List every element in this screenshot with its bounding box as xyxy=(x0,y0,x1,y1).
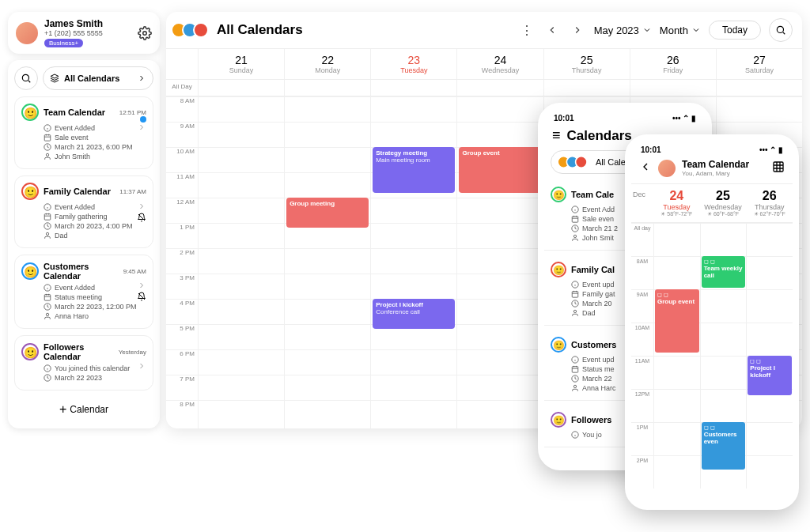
phone-day-header[interactable]: 25Wednesday☀ 60°F-68°F xyxy=(700,184,747,222)
next-button[interactable] xyxy=(569,21,586,39)
day-header[interactable]: 25Thursday xyxy=(543,49,630,79)
today-button[interactable]: Today xyxy=(709,21,761,40)
svg-rect-18 xyxy=(572,217,578,223)
days-header: 21Sunday22Monday23Tuesday24Wednesday25Th… xyxy=(166,49,802,80)
more-icon[interactable]: ⋮ xyxy=(518,21,536,39)
calendar-event[interactable]: Group meeting xyxy=(286,198,369,228)
day-header[interactable]: 24Wednesday xyxy=(456,49,543,79)
day-column[interactable]: Group meeting xyxy=(284,96,370,428)
view-selector[interactable]: Month xyxy=(660,25,701,36)
day-column[interactable]: Strategy meetingMain meeting roomProject… xyxy=(370,96,456,428)
calendar-avatar xyxy=(658,160,676,177)
phone-day-header[interactable]: 24Tuesday☀ 58°F-72°F xyxy=(653,184,700,222)
svg-point-0 xyxy=(143,31,147,35)
svg-point-16 xyxy=(777,26,783,32)
phone-title: Calendars xyxy=(567,128,632,144)
calendar-event[interactable]: Group event xyxy=(459,147,541,193)
phone-event[interactable]: ◻ ◻Customers even xyxy=(702,422,746,470)
calendar-toolbar: All Calendars ⋮ May 2023 Month Today xyxy=(166,12,802,49)
member-avatars[interactable] xyxy=(176,22,209,38)
svg-rect-7 xyxy=(44,214,51,221)
phone-day-column[interactable]: ◻ ◻Team weekly call◻ ◻Customers even xyxy=(700,223,747,489)
calendar-item[interactable]: 🙂Followers CalendarYesterday You joined … xyxy=(14,335,153,391)
month-label: Dec xyxy=(631,184,653,222)
svg-point-9 xyxy=(46,232,48,235)
calendar-title: All Calendars xyxy=(217,22,303,38)
day-column[interactable]: Group event xyxy=(456,96,543,428)
phone-event[interactable]: ◻ ◻Project I kickoff xyxy=(748,356,792,395)
user-avatar xyxy=(16,22,38,44)
svg-point-5 xyxy=(46,153,48,156)
calendar-item[interactable]: 🙂Customers Calendar9:45 AM Event AddedSt… xyxy=(14,255,153,329)
user-name: James Smith xyxy=(44,18,131,29)
add-calendar-button[interactable]: +Calendar xyxy=(14,397,153,422)
phone-day-column[interactable]: ◻ ◻Group event xyxy=(653,223,700,489)
status-bar: 10:01••• ⌃ ▮ xyxy=(544,109,706,127)
svg-rect-26 xyxy=(572,367,578,373)
svg-point-20 xyxy=(573,235,576,237)
sidebar: James Smith +1 (202) 555 5555 Business+ … xyxy=(8,12,160,428)
calendar-filter-dropdown[interactable]: All Calendars xyxy=(43,66,153,90)
calendar-item[interactable]: 🙂Family Calendar11:37 AM Event AddedFami… xyxy=(14,175,153,248)
search-button[interactable] xyxy=(14,66,38,90)
day-header[interactable]: 27Saturday xyxy=(716,49,802,79)
svg-point-1 xyxy=(22,74,28,81)
day-header[interactable]: 22Monday xyxy=(284,49,370,79)
phone-calendar-detail: 10:01••• ⌃ ▮ Team Calendar You, Adam, Ma… xyxy=(625,134,799,510)
phone-members: You, Adam, Mary xyxy=(682,170,766,177)
prev-button[interactable] xyxy=(543,21,561,39)
calendar-event[interactable]: Strategy meetingMain meeting room xyxy=(373,147,455,193)
svg-rect-22 xyxy=(572,292,578,298)
svg-rect-30 xyxy=(774,162,783,172)
phone-day-column[interactable]: ◻ ◻Project I kickoff xyxy=(746,223,793,489)
calendar-item[interactable]: 🙂Team Calendar12:51 PM Event AddedSale e… xyxy=(14,96,153,169)
status-bar: 10:01••• ⌃ ▮ xyxy=(631,141,793,159)
phone-cal-title: Team Calendar xyxy=(682,159,766,170)
allday-label: All Day xyxy=(166,80,198,96)
sidebar-calendars: All Calendars 🙂Team Calendar12:51 PM Eve… xyxy=(8,60,160,428)
plan-badge: Business+ xyxy=(44,39,83,47)
user-card[interactable]: James Smith +1 (202) 555 5555 Business+ xyxy=(8,12,160,54)
search-calendar-button[interactable] xyxy=(769,18,793,42)
day-header[interactable]: 26Friday xyxy=(630,49,716,79)
svg-rect-3 xyxy=(44,135,51,141)
grid-icon[interactable] xyxy=(772,160,785,176)
back-icon[interactable] xyxy=(639,160,652,176)
phone-event[interactable]: ◻ ◻Group event xyxy=(655,289,699,353)
day-header[interactable]: 21Sunday xyxy=(198,49,284,79)
svg-rect-11 xyxy=(44,295,51,301)
menu-icon[interactable]: ≡ xyxy=(552,127,561,144)
day-header[interactable]: 23Tuesday xyxy=(370,49,456,79)
svg-point-24 xyxy=(573,310,576,312)
day-column[interactable] xyxy=(198,96,284,428)
svg-point-28 xyxy=(573,385,576,387)
calendar-event[interactable]: Project I kickoffConference call xyxy=(373,299,455,329)
month-selector[interactable]: May 2023 xyxy=(594,25,652,36)
phone-event[interactable]: ◻ ◻Team weekly call xyxy=(702,256,746,288)
gear-icon[interactable] xyxy=(138,26,152,40)
user-phone: +1 (202) 555 5555 xyxy=(44,29,131,37)
phone-day-header[interactable]: 26Thursday☀ 62°F-70°F xyxy=(746,184,793,222)
svg-point-13 xyxy=(46,313,48,315)
